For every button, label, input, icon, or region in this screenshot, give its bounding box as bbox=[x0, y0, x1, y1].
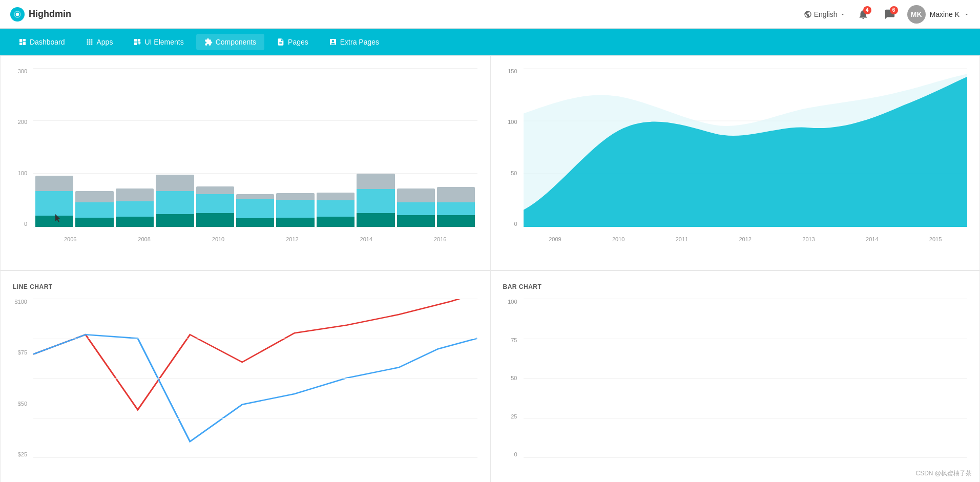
watermark: CSDN @枫蜜柚子茶 bbox=[915, 469, 972, 478]
stacked-bar-area bbox=[33, 68, 477, 227]
logo-icon bbox=[10, 7, 25, 22]
avatar: MK bbox=[907, 5, 926, 24]
messages-button[interactable]: 6 bbox=[881, 5, 899, 24]
bar-group-10 bbox=[397, 188, 435, 227]
language-selector[interactable]: English bbox=[804, 10, 846, 18]
grid-line bbox=[524, 339, 968, 339]
nav-apps-label: Apps bbox=[97, 38, 113, 46]
grid-line bbox=[33, 299, 477, 299]
area-chart-container: 150 100 50 0 bbox=[503, 68, 968, 242]
nav-pages[interactable]: Pages bbox=[268, 34, 317, 50]
bar-group-4 bbox=[156, 175, 194, 227]
nav-components[interactable]: Components bbox=[196, 34, 264, 50]
navbar: Dashboard Apps UI Elements Components Pa… bbox=[0, 29, 980, 55]
chart-grid: 300 200 100 0 bbox=[0, 55, 980, 482]
grid-line bbox=[524, 378, 968, 379]
grid-line bbox=[33, 227, 477, 227]
y-axis-labels-bar: 100 75 50 25 0 bbox=[503, 299, 522, 457]
bar-group-11 bbox=[437, 187, 475, 227]
bar-chart-container: 100 75 50 25 0 bbox=[503, 299, 968, 473]
bar-chart-panel: BAR CHART 100 75 50 25 0 bbox=[490, 270, 981, 482]
notifications-badge: 4 bbox=[863, 6, 871, 14]
nav-extra-pages[interactable]: Extra Pages bbox=[321, 34, 387, 50]
messages-badge: 6 bbox=[890, 6, 898, 14]
bar-chart-area bbox=[524, 299, 968, 457]
language-label: English bbox=[814, 10, 838, 18]
grid-line bbox=[33, 120, 477, 121]
y-axis-labels-area: 150 100 50 0 bbox=[503, 68, 522, 227]
grid-line bbox=[33, 339, 477, 339]
svg-point-0 bbox=[16, 12, 19, 16]
nav-extra-pages-label: Extra Pages bbox=[340, 38, 379, 46]
nav-dashboard-label: Dashboard bbox=[30, 38, 65, 46]
bar-group-9 bbox=[357, 174, 394, 227]
grid-line bbox=[33, 378, 477, 379]
grid-line bbox=[33, 457, 477, 458]
area-chart-panel: 150 100 50 0 bbox=[490, 55, 981, 270]
stacked-bar-chart-panel: 300 200 100 0 bbox=[0, 55, 490, 270]
grid-line bbox=[33, 173, 477, 174]
area-chart-svg bbox=[524, 68, 968, 227]
bar-group-1 bbox=[35, 176, 73, 227]
grid-line bbox=[33, 418, 477, 418]
bar-seg-top bbox=[35, 176, 73, 191]
line-chart-container: $100 $75 $50 $25 bbox=[13, 299, 477, 473]
area-svg-container bbox=[524, 68, 968, 227]
bar-group-6 bbox=[236, 194, 274, 227]
line-chart-title: LINE CHART bbox=[13, 283, 477, 290]
stacked-bars bbox=[35, 68, 475, 227]
y-axis-labels-line: $100 $75 $50 $25 bbox=[13, 299, 31, 457]
y-axis-labels: 300 200 100 0 bbox=[13, 68, 31, 227]
nav-components-label: Components bbox=[216, 38, 256, 46]
brand-logo: Highdmin bbox=[10, 7, 71, 22]
nav-ui-elements[interactable]: UI Elements bbox=[125, 34, 192, 50]
notifications-button[interactable]: 4 bbox=[854, 5, 872, 24]
nav-ui-elements-label: UI Elements bbox=[144, 38, 183, 46]
bar-group-8 bbox=[317, 193, 355, 227]
x-axis-labels: 2006 2008 2010 2012 2014 2016 bbox=[33, 236, 477, 242]
user-name: Maxine K bbox=[930, 10, 960, 18]
nav-apps[interactable]: Apps bbox=[77, 34, 121, 50]
user-menu[interactable]: MK Maxine K bbox=[907, 5, 970, 24]
bar-group-5 bbox=[196, 186, 234, 227]
line-chart-area bbox=[33, 299, 477, 457]
x-axis-labels-area: 2009 2010 2011 2012 2013 2014 2015 bbox=[524, 236, 968, 242]
grid-line bbox=[524, 457, 968, 458]
stacked-bar-chart-container: 300 200 100 0 bbox=[13, 68, 477, 242]
topbar: Highdmin English 4 6 MK Maxine K bbox=[0, 0, 980, 29]
content-area: 300 200 100 0 bbox=[0, 55, 980, 482]
bar-group-2 bbox=[75, 191, 113, 227]
bar-group-7 bbox=[276, 193, 314, 227]
line-chart-panel: LINE CHART $100 $75 $50 $25 bbox=[0, 270, 490, 482]
grid-line bbox=[524, 418, 968, 418]
grid-line bbox=[33, 68, 477, 69]
nav-pages-label: Pages bbox=[288, 38, 308, 46]
bar-chart-title: BAR CHART bbox=[503, 283, 968, 290]
brand-name: Highdmin bbox=[29, 9, 71, 19]
bar-seg-bot bbox=[35, 216, 73, 227]
grid-line bbox=[524, 299, 968, 299]
bar-seg-mid bbox=[35, 191, 73, 216]
bar-group-3 bbox=[116, 188, 154, 227]
nav-dashboard[interactable]: Dashboard bbox=[10, 34, 73, 50]
topbar-right: English 4 6 MK Maxine K bbox=[804, 5, 970, 24]
